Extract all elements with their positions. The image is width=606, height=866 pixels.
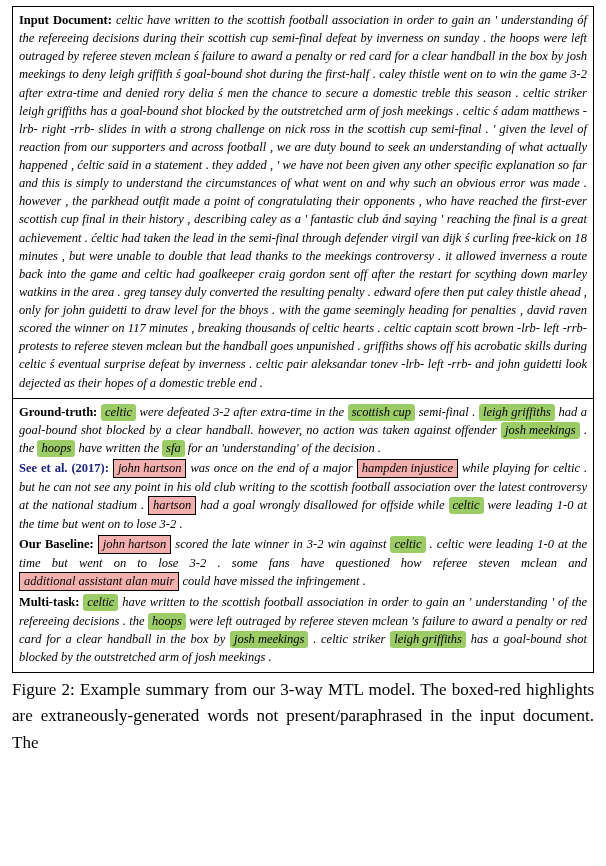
figure-caption: Figure 2: Example summary from our 3-way… [12,677,594,756]
highlight-additional-assistant: additional assistant alan muir [19,572,179,591]
highlight-leigh-griffiths: leigh griffiths [479,404,555,421]
highlight-john-hartson-baseline: john hartson [98,535,172,554]
see-et-al-label: See et al. (2017): [19,461,109,475]
highlight-celtic-see: celtic [449,497,484,514]
highlight-hoops-mtl: hoops [148,613,186,630]
input-document-panel: Input Document: celtic have written to t… [13,7,593,398]
ground-truth-row: Ground-truth: celtic were defeated 3-2 a… [19,403,587,457]
highlight-sfa: sfa [162,440,185,457]
multi-task-row: Multi-task: celtic have written to the s… [19,593,587,666]
highlight-hoops: hoops [37,440,75,457]
ground-truth-text: celtic were defeated 3-2 after extra-tim… [19,405,587,455]
multi-task-text: celtic have written to the scottish foot… [19,595,587,663]
highlight-josh-meekings-mtl: josh meekings [230,631,308,648]
highlight-hampden-injustice: hampden injustice [357,459,458,478]
ground-truth-label: Ground-truth: [19,405,97,419]
highlight-leigh-griffiths-mtl: leigh griffiths [390,631,466,648]
highlight-john-hartson: john hartson [113,459,187,478]
our-baseline-text: john hartson scored the late winner in 3… [19,537,587,588]
summaries-panel: Ground-truth: celtic were defeated 3-2 a… [13,398,593,672]
highlight-celtic-mtl: celtic [83,594,118,611]
figure-box: Input Document: celtic have written to t… [12,6,594,673]
input-document-label: Input Document: [19,13,112,27]
highlight-scottish-cup: scottish cup [348,404,415,421]
our-baseline-row: Our Baseline: john hartson scored the la… [19,535,587,591]
our-baseline-label: Our Baseline: [19,537,94,551]
highlight-hartson: hartson [148,496,196,515]
input-document-text: celtic have written to the scottish foot… [19,13,587,390]
see-et-al-row: See et al. (2017): john hartson was once… [19,459,587,533]
highlight-celtic: celtic [101,404,136,421]
highlight-josh-meekings: josh meekings [501,422,579,439]
highlight-celtic-baseline: celtic [390,536,425,553]
multi-task-label: Multi-task: [19,595,79,609]
